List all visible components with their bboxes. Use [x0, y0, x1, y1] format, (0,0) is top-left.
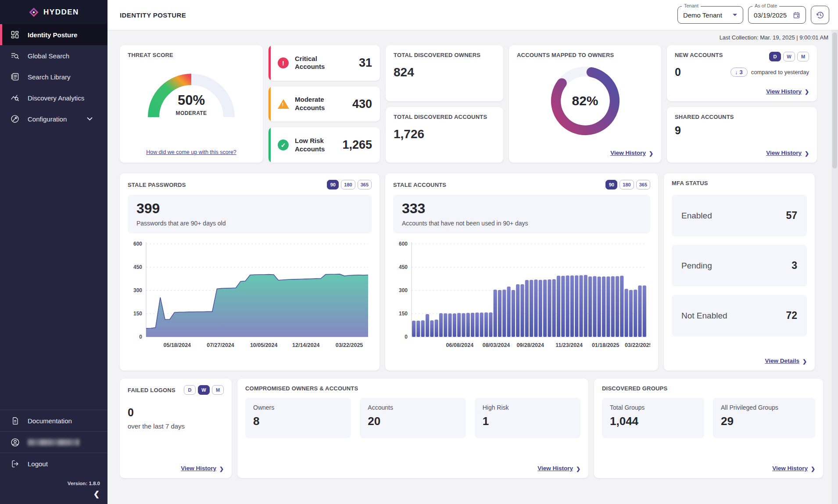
sidebar-item-identity-posture[interactable]: Identity Posture — [0, 24, 107, 45]
low-risk-accounts-label: Low Risk Accounts — [295, 137, 337, 154]
calendar-icon[interactable] — [793, 11, 800, 19]
delta-value: 3 — [740, 69, 743, 75]
chevron-right-icon: ❯ — [576, 465, 580, 472]
svg-text:300: 300 — [133, 287, 142, 293]
summary-row: THREAT SCORE 50% MODERATE — [120, 45, 823, 163]
accounts-mapped-title: ACCOUNTS MAPPED TO OWNERS — [517, 52, 653, 58]
toggle-365-button[interactable]: 365 — [636, 180, 650, 189]
chevron-right-icon: ❯ — [802, 358, 807, 364]
sidebar-item-search-library[interactable]: Search Library — [0, 66, 107, 87]
toggle-month-button[interactable]: M — [797, 52, 809, 61]
view-history-label: View History — [610, 150, 646, 156]
header-controls: Tenant Demo Tenant As of Date 03/19/2025 — [677, 6, 829, 24]
stale-accounts-summary: 333 Accounts that have not been used in … — [393, 195, 650, 233]
stale-passwords-area-chart: 015030045060005/18/202407/27/202410/05/2… — [128, 239, 372, 350]
sidebar-collapse-button[interactable]: ❮ — [0, 489, 107, 504]
search-lines-icon — [10, 51, 20, 61]
mfa-enabled-label: Enabled — [681, 211, 712, 221]
mfa-pending-value: 3 — [791, 260, 797, 272]
toggle-90-button[interactable]: 90 — [605, 180, 617, 189]
view-history-label: View History — [181, 465, 216, 472]
chevron-right-icon: ❯ — [805, 89, 809, 95]
accounts-mapped-donut: 82% — [544, 60, 626, 143]
toggle-month-button[interactable]: M — [212, 385, 224, 395]
discovered-groups-title: DISCOVERED GROUPS — [602, 385, 815, 392]
stale-accounts-days-toggle: 90 180 365 — [605, 180, 650, 189]
shared-accounts-view-history-link[interactable]: View History ❯ — [766, 150, 809, 156]
svg-text:08/03/2024: 08/03/2024 — [483, 342, 510, 348]
toggle-day-button[interactable]: D — [769, 52, 781, 61]
sidebar-item-user[interactable] — [0, 431, 107, 453]
sidebar-item-global-search[interactable]: Global Search — [0, 45, 107, 66]
scrollbar-thumb[interactable] — [832, 32, 837, 168]
shared-accounts-title: SHARED ACCOUNTS — [675, 114, 809, 120]
svg-text:12/14/2024: 12/14/2024 — [292, 342, 320, 348]
total-owners-value: 824 — [394, 65, 495, 79]
threat-score-title: THREAT SCORE — [128, 52, 255, 58]
chevron-down-icon[interactable] — [87, 117, 93, 121]
failed-logons-view-history-link[interactable]: View History ❯ — [181, 465, 224, 472]
nav-label: Discovery Analytics — [28, 94, 84, 102]
threat-score-explainer-link[interactable]: How did we come up with this score? — [128, 149, 255, 156]
stale-accounts-title: STALE ACCOUNTS — [393, 182, 446, 188]
svg-text:10/05/2024: 10/05/2024 — [250, 342, 278, 348]
svg-text:600: 600 — [133, 241, 142, 247]
owners-label: Owners — [253, 404, 343, 411]
failed-logons-subtitle: over the last 7 days — [128, 422, 224, 430]
history-button[interactable] — [811, 6, 829, 24]
toggle-day-button[interactable]: D — [184, 385, 196, 395]
toggle-week-button[interactable]: W — [198, 385, 210, 395]
view-history-label: View History — [772, 465, 808, 472]
accounts-mapped-card: ACCOUNTS MAPPED TO OWNERS 82% View Histo — [509, 45, 661, 163]
mfa-status-card: MFA STATUS Enabled 57 Pending 3 Not Enab… — [664, 173, 815, 371]
new-accounts-title: NEW ACCOUNTS — [675, 52, 723, 58]
toggle-180-button[interactable]: 180 — [620, 180, 634, 189]
accounts-mapped-view-history-link[interactable]: View History ❯ — [610, 150, 653, 156]
scrollbar[interactable] — [831, 30, 838, 504]
shared-accounts-value: 9 — [675, 124, 809, 137]
delta-badge: ↓3 — [731, 68, 748, 77]
mfa-view-details-link[interactable]: View Details ❯ — [765, 357, 807, 364]
toggle-180-button[interactable]: 180 — [341, 180, 355, 189]
accounts-mapped-value: 82% — [544, 93, 626, 108]
failed-logons-card: FAILED LOGONS D W M 0 over the last 7 da… — [120, 379, 232, 478]
sidebar-item-documentation[interactable]: Documentation — [0, 410, 107, 431]
critical-accounts-value: 31 — [359, 56, 372, 70]
chevron-right-icon: ❯ — [805, 150, 809, 156]
sidebar-item-logout[interactable]: Logout — [0, 453, 107, 474]
tenant-label: Tenant — [682, 3, 701, 8]
sidebar-item-discovery-analytics[interactable]: Discovery Analytics — [0, 87, 107, 108]
tenant-select[interactable]: Tenant Demo Tenant — [677, 6, 743, 24]
total-discovered-accounts-card: TOTAL DISCOVERED ACCOUNTS 1,726 — [386, 107, 503, 163]
as-of-date-field[interactable]: As of Date 03/19/2025 — [748, 6, 806, 24]
chevron-right-icon: ❯ — [649, 150, 653, 156]
stale-accounts-bar-chart: 015030045060006/08/202408/03/202409/28/2… — [393, 239, 650, 350]
total-groups-label: Total Groups — [610, 404, 696, 411]
top-bar: IDENTITY POSTURE Tenant Demo Tenant As o… — [107, 0, 838, 30]
check-circle-icon: ✓ — [277, 139, 289, 151]
configuration-icon — [10, 114, 20, 124]
groups-view-history-link[interactable]: View History ❯ — [772, 465, 815, 472]
critical-accounts-label: Critical Accounts — [295, 55, 347, 71]
new-accounts-view-history-link[interactable]: View History ❯ — [766, 88, 809, 95]
sidebar-item-configuration[interactable]: Configuration — [0, 108, 107, 129]
toggle-90-button[interactable]: 90 — [327, 180, 339, 189]
toggle-365-button[interactable]: 365 — [358, 180, 372, 189]
history-clock-icon — [816, 11, 824, 19]
compromised-accounts-box: Accounts 20 — [360, 398, 466, 438]
view-history-label: View History — [537, 465, 573, 472]
svg-text:01/18/2025: 01/18/2025 — [592, 342, 620, 348]
failed-logons-period-toggle: D W M — [184, 385, 224, 395]
stale-accounts-subtitle: Accounts that have not been used in 90+ … — [402, 220, 641, 227]
dashboard-icon — [10, 30, 20, 39]
mfa-pending-row: Pending 3 — [672, 245, 807, 286]
library-icon — [10, 72, 20, 82]
logout-icon — [10, 459, 20, 468]
mfa-not-enabled-row: Not Enabled 72 — [672, 295, 807, 336]
compromised-high-risk-box: High Risk 1 — [475, 398, 580, 438]
delta-note: compared to yesterday — [751, 69, 809, 75]
toggle-week-button[interactable]: W — [783, 52, 795, 61]
total-accounts-value: 1,726 — [394, 127, 495, 141]
compromised-view-history-link[interactable]: View History ❯ — [537, 465, 580, 472]
svg-text:09/28/2024: 09/28/2024 — [516, 342, 544, 348]
